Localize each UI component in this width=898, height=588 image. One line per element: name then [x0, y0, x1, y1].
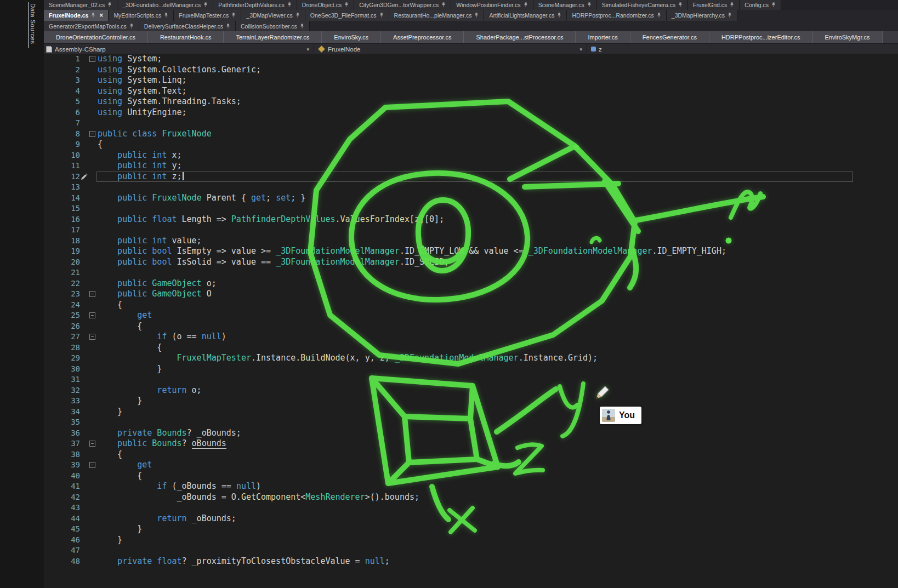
code-line[interactable]: 42 _oBounds = O.GetComponent<MeshRendere… [44, 492, 898, 503]
code-line[interactable]: 2using System.Collections.Generic; [44, 65, 898, 76]
editor-tab[interactable]: WindowPositionFinder.cs [451, 0, 533, 10]
code-line[interactable]: 1−using System; [44, 54, 898, 65]
pin-icon[interactable] [226, 24, 230, 29]
pin-icon[interactable] [678, 2, 683, 8]
pin-icon[interactable] [231, 13, 236, 18]
code-line[interactable]: 11 public int y; [44, 161, 898, 172]
code-line[interactable]: 48 private float? _proximityToClosestObs… [44, 556, 898, 567]
code-line[interactable]: 33 } [44, 396, 898, 407]
fold-toggle[interactable]: − [89, 334, 95, 340]
pin-icon[interactable] [203, 2, 208, 8]
pin-icon[interactable] [557, 13, 561, 18]
pin-icon[interactable] [730, 2, 734, 8]
pin-icon[interactable] [107, 2, 112, 8]
code-line[interactable]: 10 public int x; [44, 150, 898, 161]
editor-tab[interactable]: OneSec3D_FileFormat.cs [305, 10, 389, 21]
close-icon[interactable]: × [99, 12, 103, 19]
editor-tab[interactable]: HDRPPostproc...Randomizer.cs [567, 10, 666, 21]
code-editor[interactable]: 1−using System;2using System.Collections… [44, 54, 898, 588]
code-line[interactable]: 36 private Bounds? _oBounds; [44, 428, 898, 439]
code-line[interactable]: 7 [44, 118, 898, 129]
fold-toggle[interactable]: − [89, 56, 95, 62]
code-line[interactable]: 43 [44, 503, 898, 513]
code-line[interactable]: 44 return _oBounds; [44, 513, 898, 524]
code-line[interactable]: 15 [44, 203, 898, 214]
editor-tab[interactable]: TerrainLayerRandomizer.cs [224, 31, 322, 43]
editor-tab[interactable]: HDRPPostproc...izerEditor.cs [709, 31, 813, 43]
code-line[interactable]: 27− if (o == null) [44, 332, 898, 342]
editor-tab[interactable]: CityGen3DGen...torWrapper.cs [354, 0, 451, 10]
editor-tab[interactable]: RestaurantHook.cs [148, 31, 224, 43]
editor-tab[interactable]: DeliverySurfaceClassHelper.cs [139, 21, 236, 31]
code-line[interactable]: 39− get [44, 460, 898, 471]
editor-tab[interactable]: _3DMapViewer.cs [241, 10, 305, 21]
pin-icon[interactable] [91, 13, 95, 18]
editor-tab[interactable]: ShaderPackage...stProcessor.cs [464, 31, 576, 43]
editor-tab[interactable]: PathfinderDepthValues.cs [213, 0, 297, 10]
code-line[interactable]: 31 [44, 374, 898, 385]
code-line[interactable]: 34 } [44, 407, 898, 418]
code-line[interactable]: 24 { [44, 300, 898, 311]
code-line[interactable]: 9{ [44, 139, 898, 150]
pin-icon[interactable] [587, 2, 592, 8]
editor-tab[interactable]: SimulatedFisheyeCamera.cs [597, 0, 688, 10]
code-line[interactable]: 13 [44, 182, 898, 193]
pin-icon[interactable] [379, 13, 384, 18]
code-line[interactable]: 21 [44, 267, 898, 278]
code-line[interactable]: 32 return o; [44, 385, 898, 396]
pin-icon[interactable] [287, 2, 292, 8]
code-line[interactable]: 18 public int value; [44, 236, 898, 247]
code-line[interactable]: 38 { [44, 449, 898, 460]
code-line[interactable]: 4using System.Text; [44, 86, 898, 97]
editor-tab[interactable]: FencesGenerator.cs [630, 31, 709, 43]
pin-icon[interactable] [657, 13, 661, 18]
code-line[interactable]: 6using UnityEngine; [44, 107, 898, 118]
pin-icon[interactable] [300, 24, 304, 29]
editor-tab[interactable]: RestaurantHo...pleManager.cs [389, 10, 485, 21]
code-line[interactable]: 45 } [44, 524, 898, 535]
editor-tab[interactable]: EnviroSkyMgr.cs [813, 31, 883, 43]
member-dropdown[interactable]: z [587, 44, 898, 54]
code-line[interactable]: 26 { [44, 321, 898, 332]
editor-tab[interactable]: Generator2ExportMapTools.cs [44, 21, 139, 31]
code-line[interactable]: 14 public FruxelNode Parent { get; set; … [44, 193, 898, 204]
editor-tab[interactable]: _3DMapHierarchy.cs [667, 10, 737, 21]
fold-toggle[interactable]: − [89, 462, 95, 468]
pin-icon[interactable] [474, 13, 479, 18]
code-line[interactable]: 22 public GameObject o; [44, 278, 898, 289]
editor-tab[interactable]: FruxelMapTester.cs [174, 10, 241, 21]
pin-icon[interactable] [164, 13, 168, 18]
editor-tab[interactable]: ArtificialLightsManager.cs [484, 10, 567, 21]
type-dropdown[interactable]: FruxelNode ▾ [314, 44, 587, 54]
code-line[interactable]: 47 [44, 545, 898, 556]
pin-icon[interactable] [441, 2, 446, 8]
code-line[interactable]: 8−public class FruxelNode [44, 129, 898, 140]
code-line[interactable]: 17 [44, 225, 898, 236]
editor-tab[interactable]: CollisionSubscriber.cs [236, 21, 310, 31]
pin-icon[interactable] [728, 13, 732, 18]
code-line[interactable]: 25− get [44, 310, 898, 321]
editor-tab[interactable]: DroneOrientationController.cs [44, 31, 148, 43]
fold-toggle[interactable]: − [89, 291, 95, 297]
pin-icon[interactable] [129, 24, 134, 29]
code-line[interactable]: 5using System.Threading.Tasks; [44, 96, 898, 107]
tool-tab-data-sources[interactable]: Data Sources [28, 2, 37, 48]
code-line[interactable]: 40 { [44, 471, 898, 482]
code-line[interactable]: 28 { [44, 342, 898, 353]
editor-tab[interactable]: Importer.cs [576, 31, 630, 43]
code-line[interactable]: 35 [44, 417, 898, 428]
project-dropdown[interactable]: Assembly-CSharp ▾ [44, 44, 314, 54]
pin-icon[interactable] [771, 2, 776, 8]
editor-tab[interactable]: AssetPreprocessor.cs [381, 31, 464, 43]
pin-icon[interactable] [344, 2, 349, 8]
code-line[interactable]: 20 public bool IsSolid => value == _3DFo… [44, 257, 898, 268]
editor-tab-active[interactable]: FruxelNode.cs× [44, 10, 109, 21]
editor-tab[interactable]: MyEditorScripts.cs [109, 10, 174, 21]
fold-toggle[interactable]: − [89, 441, 95, 447]
editor-tab[interactable]: FruxelGrid.cs [688, 0, 740, 10]
editor-tab[interactable]: EnviroSky.cs [322, 31, 381, 43]
editor-tab[interactable]: SceneManager_02.cs [44, 0, 117, 10]
editor-tab[interactable]: SceneManager.cs [533, 0, 597, 10]
code-line[interactable]: 16 public float Length => PathfinderDept… [44, 214, 898, 225]
code-line[interactable]: 12 public int z; [44, 172, 898, 182]
